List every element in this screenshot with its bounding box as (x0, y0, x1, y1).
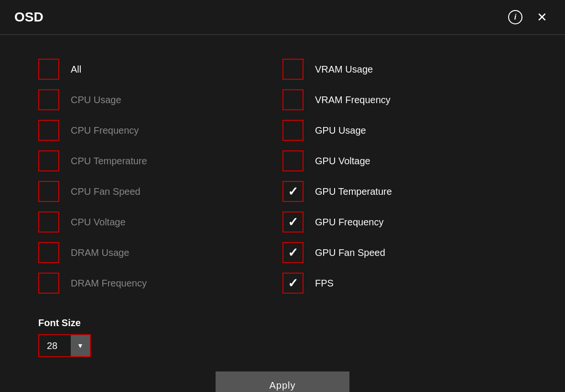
checkbox-box-gpu-temperature[interactable]: ✓ (282, 181, 304, 202)
main-content: AllCPU UsageCPU FrequencyCPU Temperature… (0, 35, 565, 392)
checkbox-label-dram-usage: DRAM Usage (71, 247, 129, 258)
left-column: AllCPU UsageCPU FrequencyCPU Temperature… (38, 54, 282, 298)
checkbox-label-vram-frequency: VRAM Frequency (315, 95, 391, 106)
dropdown-arrow-icon[interactable]: ▼ (71, 335, 90, 356)
apply-button[interactable]: Apply (216, 371, 349, 392)
font-size-dropdown[interactable]: 28 ▼ (38, 334, 91, 357)
checkbox-item-dram-usage[interactable]: DRAM Usage (38, 237, 282, 268)
apply-section: Apply (38, 371, 527, 392)
checkbox-box-dram-usage[interactable] (38, 242, 59, 263)
checkbox-box-cpu-voltage[interactable] (38, 212, 59, 233)
checkbox-label-cpu-frequency: CPU Frequency (71, 125, 139, 136)
checkbox-box-vram-frequency[interactable] (282, 89, 304, 110)
checkbox-label-gpu-voltage: GPU Voltage (315, 156, 370, 167)
checkbox-box-gpu-fan-speed[interactable]: ✓ (282, 242, 304, 263)
checkbox-box-dram-frequency[interactable] (38, 273, 59, 294)
checkbox-item-cpu-voltage[interactable]: CPU Voltage (38, 207, 282, 237)
font-size-value: 28 (39, 337, 71, 355)
checkbox-box-cpu-fan-speed[interactable] (38, 181, 59, 202)
checkbox-label-gpu-fan-speed: GPU Fan Speed (315, 247, 385, 258)
title-bar: OSD i ✕ (0, 0, 565, 35)
checkbox-label-dram-frequency: DRAM Frequency (71, 278, 147, 289)
checkbox-item-dram-frequency[interactable]: DRAM Frequency (38, 268, 282, 298)
checkbox-label-cpu-usage: CPU Usage (71, 95, 121, 106)
checkbox-label-all: All (71, 64, 81, 75)
checkbox-box-gpu-usage[interactable] (282, 120, 304, 141)
checkbox-box-cpu-usage[interactable] (38, 89, 59, 110)
font-size-label: Font Size (38, 318, 527, 328)
font-size-section: Font Size 28 ▼ (38, 318, 527, 357)
checkbox-item-cpu-temperature[interactable]: CPU Temperature (38, 146, 282, 176)
checkbox-label-cpu-voltage: CPU Voltage (71, 217, 126, 228)
checkbox-label-gpu-temperature: GPU Temperature (315, 186, 392, 197)
checkbox-item-cpu-frequency[interactable]: CPU Frequency (38, 115, 282, 146)
right-column: VRAM UsageVRAM FrequencyGPU UsageGPU Vol… (282, 54, 527, 298)
checkbox-item-cpu-fan-speed[interactable]: CPU Fan Speed (38, 176, 282, 207)
checkbox-box-cpu-frequency[interactable] (38, 120, 59, 141)
checkbox-item-gpu-usage[interactable]: GPU Usage (282, 115, 527, 146)
checkbox-box-all[interactable] (38, 59, 59, 80)
checkbox-item-gpu-temperature[interactable]: ✓GPU Temperature (282, 176, 527, 207)
info-button[interactable]: i (507, 9, 524, 26)
info-icon[interactable]: i (508, 10, 522, 24)
window-title: OSD (14, 10, 43, 25)
checkbox-box-cpu-temperature[interactable] (38, 150, 59, 171)
checkbox-label-gpu-frequency: GPU Frequency (315, 217, 383, 228)
osd-window: OSD i ✕ AllCPU UsageCPU FrequencyCPU Tem… (0, 0, 565, 392)
checkbox-item-vram-frequency[interactable]: VRAM Frequency (282, 85, 527, 115)
checkbox-item-vram-usage[interactable]: VRAM Usage (282, 54, 527, 85)
close-button[interactable]: ✕ (533, 9, 551, 26)
checkbox-item-gpu-voltage[interactable]: GPU Voltage (282, 146, 527, 176)
checkbox-label-cpu-temperature: CPU Temperature (71, 156, 147, 167)
title-icons: i ✕ (507, 9, 551, 26)
checkbox-box-fps[interactable]: ✓ (282, 273, 304, 294)
checkbox-item-cpu-usage[interactable]: CPU Usage (38, 85, 282, 115)
checkbox-item-gpu-frequency[interactable]: ✓GPU Frequency (282, 207, 527, 237)
checkbox-box-gpu-frequency[interactable]: ✓ (282, 212, 304, 233)
checkbox-box-vram-usage[interactable] (282, 59, 304, 80)
checkbox-item-fps[interactable]: ✓FPS (282, 268, 527, 298)
checkbox-item-all[interactable]: All (38, 54, 282, 85)
checkbox-label-gpu-usage: GPU Usage (315, 125, 366, 136)
checkbox-label-fps: FPS (315, 278, 334, 289)
checkbox-label-cpu-fan-speed: CPU Fan Speed (71, 186, 141, 197)
checkbox-label-vram-usage: VRAM Usage (315, 64, 373, 75)
checkbox-box-gpu-voltage[interactable] (282, 150, 304, 171)
close-icon[interactable]: ✕ (537, 10, 547, 25)
checkboxes-grid: AllCPU UsageCPU FrequencyCPU Temperature… (38, 54, 527, 298)
checkbox-item-gpu-fan-speed[interactable]: ✓GPU Fan Speed (282, 237, 527, 268)
